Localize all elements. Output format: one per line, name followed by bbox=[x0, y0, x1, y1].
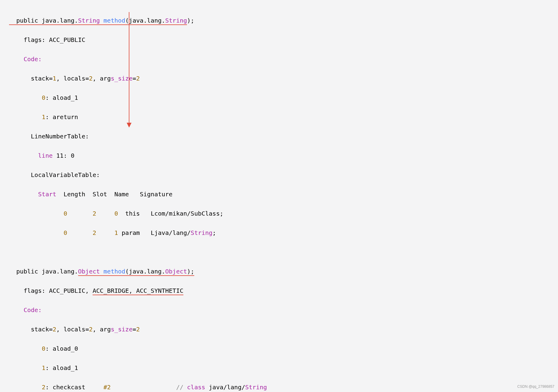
method1-flags: flags: ACC_PUBLIC bbox=[9, 35, 549, 45]
method1-code-label: Code: bbox=[9, 54, 549, 64]
method2-i2: 2: checkcast #2 // class java/lang/Strin… bbox=[9, 382, 549, 392]
method1-signature: public java.lang.String method(java.lang… bbox=[9, 16, 549, 25]
blank-line bbox=[9, 247, 549, 257]
method2-flags: flags: ACC_PUBLIC, ACC_BRIDGE, ACC_SYNTH… bbox=[9, 286, 549, 296]
method2-code-label: Code: bbox=[9, 305, 549, 315]
method2-i1: 1: aload_1 bbox=[9, 363, 549, 373]
method1-lvt: LocalVariableTable: bbox=[9, 170, 549, 180]
method1-lnt: LineNumberTable: bbox=[9, 131, 549, 141]
method1-lvt-r2: 0 2 1 param Ljava/lang/String; bbox=[9, 228, 549, 238]
method2-i0: 0: aload_0 bbox=[9, 344, 549, 353]
method1-stack: stack=1, locals=2, args_size=2 bbox=[9, 74, 549, 83]
method1-lvt-r1: 0 2 0 this Lcom/mikan/SubClass; bbox=[9, 209, 549, 218]
code-block: public java.lang.String method(java.lang… bbox=[9, 6, 549, 392]
method2-signature: public java.lang.Object method(java.lang… bbox=[9, 267, 549, 276]
watermark: CSDN @qq_27986857 bbox=[517, 384, 554, 390]
method1-instr1: 1: areturn bbox=[9, 112, 549, 122]
method1-lvt-hdr: Start Length Slot Name Signature bbox=[9, 189, 549, 199]
method2-stack: stack=2, locals=2, args_size=2 bbox=[9, 324, 549, 334]
method1-lnt-line: line 11: 0 bbox=[9, 151, 549, 160]
method1-instr0: 0: aload_1 bbox=[9, 93, 549, 103]
